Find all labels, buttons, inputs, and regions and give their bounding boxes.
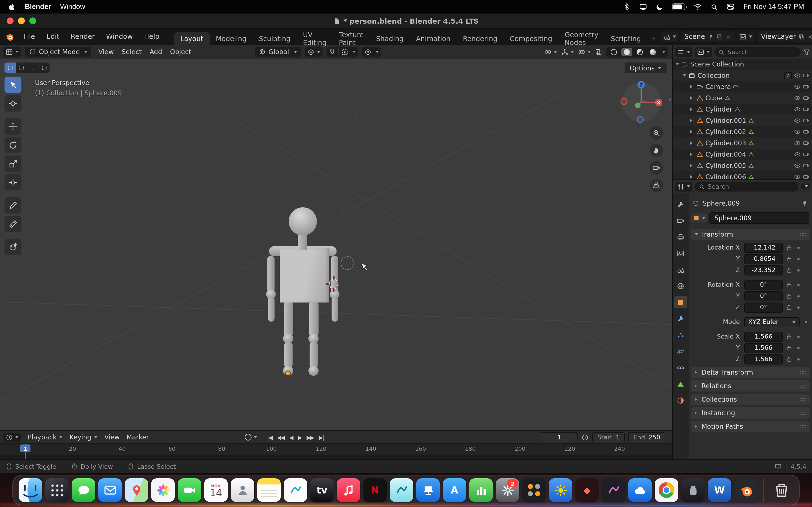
sidebar-toggle-arrow[interactable]: ‹ xyxy=(668,96,671,103)
panel-section-collections[interactable]: Collections∷∷ xyxy=(691,394,810,405)
bluetooth-icon[interactable] xyxy=(623,3,631,11)
select-mode-set[interactable] xyxy=(4,62,16,73)
outliner-display-mode-button[interactable] xyxy=(695,47,712,57)
lock-toggle[interactable] xyxy=(786,244,792,251)
options-dropdown[interactable]: Options xyxy=(624,62,666,73)
dock-app-calculator[interactable] xyxy=(522,478,546,502)
viewlayer-selector[interactable]: ViewLayer × xyxy=(757,31,812,42)
blender-titlebar[interactable]: * person.blend - Blender 4.5.4 LTS xyxy=(0,13,812,29)
viewport-menu-object[interactable]: Object xyxy=(170,48,191,56)
animate-dot[interactable] xyxy=(797,269,800,271)
scene-selector[interactable]: Scene × xyxy=(680,31,735,42)
viewport-menu-select[interactable]: Select xyxy=(122,48,142,56)
workspace-tab-geometry-nodes[interactable]: Geometry Nodes xyxy=(559,32,605,45)
copy-scene-icon[interactable] xyxy=(717,34,723,40)
tool-rotate[interactable] xyxy=(4,137,21,153)
hide-in-viewport-toggle[interactable] xyxy=(794,128,801,135)
dock-app-keynote[interactable] xyxy=(416,478,440,502)
panel-section-motion-paths[interactable]: Motion Paths∷∷ xyxy=(691,421,810,432)
timer-icon[interactable] xyxy=(581,434,589,441)
show-hide-dropdown[interactable] xyxy=(544,48,557,55)
dock-app-chrome[interactable] xyxy=(655,478,678,502)
zoom-button[interactable] xyxy=(650,126,663,140)
auto-keying-toggle[interactable] xyxy=(245,434,257,441)
hide-in-viewport-toggle[interactable] xyxy=(794,162,801,169)
dock-app-photos[interactable] xyxy=(151,478,175,502)
timeline-menu-keying[interactable]: Keying xyxy=(70,433,98,441)
mode-selector[interactable]: Object Mode xyxy=(26,47,92,57)
properties-search-input[interactable]: Search xyxy=(695,182,799,191)
properties-tab-view-layer[interactable] xyxy=(673,247,687,259)
pivot-point-selector[interactable] xyxy=(305,47,322,57)
tool-scale[interactable] xyxy=(4,156,21,172)
outliner-row-cube[interactable]: Cube xyxy=(673,93,812,104)
dock-app-notes[interactable] xyxy=(257,478,281,502)
select-mode-subtract[interactable] xyxy=(27,62,38,73)
hide-in-viewport-toggle[interactable] xyxy=(794,151,801,158)
properties-tab-object[interactable] xyxy=(673,296,687,308)
properties-tab-physics[interactable] xyxy=(673,345,687,357)
blender-logo-icon[interactable] xyxy=(4,32,15,42)
disable-in-renders-toggle[interactable] xyxy=(803,95,810,101)
overlays-dropdown[interactable] xyxy=(578,48,591,55)
topbar-menu-edit[interactable]: Edit xyxy=(42,31,64,42)
timeline-menu-playback[interactable]: Playback xyxy=(28,433,63,441)
collapse-arrow-icon[interactable] xyxy=(690,153,693,156)
dock-app-netflix[interactable]: N xyxy=(363,478,387,502)
hide-in-viewport-toggle[interactable] xyxy=(794,173,801,179)
properties-editor[interactable]: Search Sphere.009 Sphere.009 xyxy=(673,179,812,459)
3d-viewport[interactable]: Object Mode ViewSelectAddObject Global xyxy=(0,45,672,431)
display-mirroring-icon[interactable] xyxy=(639,3,648,11)
outliner-row-cylinder[interactable]: Cylinder xyxy=(673,104,812,115)
menubar-clock[interactable]: Fri Nov 14 5:47 PM xyxy=(744,3,804,11)
shading-wireframe-button[interactable] xyxy=(608,48,619,56)
number-field[interactable]: 0° xyxy=(744,291,783,301)
tool-cursor[interactable] xyxy=(4,95,21,112)
animate-dot[interactable] xyxy=(805,321,807,323)
navigation-gizmo[interactable]: Z X xyxy=(619,80,663,124)
copy-viewlayer-icon[interactable] xyxy=(799,34,805,40)
hide-in-viewport-toggle[interactable] xyxy=(794,140,801,147)
lock-toggle[interactable] xyxy=(786,267,792,273)
dock-app-messages[interactable] xyxy=(71,478,95,502)
select-mode-intersect[interactable] xyxy=(38,62,50,73)
tool-select-box[interactable] xyxy=(4,76,21,93)
next-keyframe-button[interactable]: ▶▶ xyxy=(307,434,314,440)
workspace-tab-compositing[interactable]: Compositing xyxy=(504,32,558,45)
topbar-menu-render[interactable]: Render xyxy=(66,31,99,42)
lock-toggle[interactable] xyxy=(786,293,792,299)
pin-scene-icon[interactable] xyxy=(708,34,714,40)
frame-end-field[interactable]: End250 xyxy=(628,432,665,442)
panel-section-delta-transform[interactable]: Delta Transform∷∷ xyxy=(691,367,810,378)
dock-app-calendar[interactable]: NOV14 xyxy=(204,478,228,502)
number-field[interactable]: 0° xyxy=(744,280,783,290)
hide-in-viewport-toggle[interactable] xyxy=(794,117,801,124)
timeline-editor[interactable]: PlaybackKeyingViewMarker |◀◀◀◀▶▶▶▶| 1 St… xyxy=(0,431,672,460)
workspace-tab-uv-editing[interactable]: UV Editing xyxy=(297,32,333,45)
properties-tab-output[interactable] xyxy=(673,231,687,243)
dock-app-blender[interactable] xyxy=(734,478,758,502)
object-name-field[interactable]: Sphere.009 xyxy=(709,212,809,224)
number-field[interactable]: 1.566 xyxy=(744,354,783,364)
viewport-menu-add[interactable]: Add xyxy=(149,48,162,56)
workspace-tab-animation[interactable]: Animation xyxy=(410,32,456,45)
camera-view-button[interactable] xyxy=(650,161,663,175)
apple-menu-icon[interactable] xyxy=(8,2,16,11)
battery-icon[interactable] xyxy=(672,3,686,10)
dock-app-cloud[interactable] xyxy=(628,478,652,502)
hide-in-viewport-toggle[interactable] xyxy=(794,83,801,90)
gizmos-dropdown[interactable] xyxy=(561,48,574,55)
tool-move[interactable] xyxy=(4,118,21,135)
outliner-row-cylinder-002[interactable]: Cylinder.002 xyxy=(673,126,812,137)
animate-dot[interactable] xyxy=(797,347,800,349)
empty-object-circle[interactable] xyxy=(341,256,354,270)
dock-app-mail[interactable] xyxy=(98,478,122,502)
lock-toggle[interactable] xyxy=(786,282,792,288)
dock-app-paint[interactable] xyxy=(390,478,413,502)
pin-id-icon[interactable] xyxy=(801,200,808,207)
previous-keyframe-button[interactable]: ◀◀ xyxy=(277,434,284,440)
collapse-arrow-icon[interactable] xyxy=(690,130,693,133)
tool-transform[interactable] xyxy=(4,174,21,190)
animate-dot[interactable] xyxy=(797,306,800,308)
unlink-scene-icon[interactable]: × xyxy=(726,33,731,40)
